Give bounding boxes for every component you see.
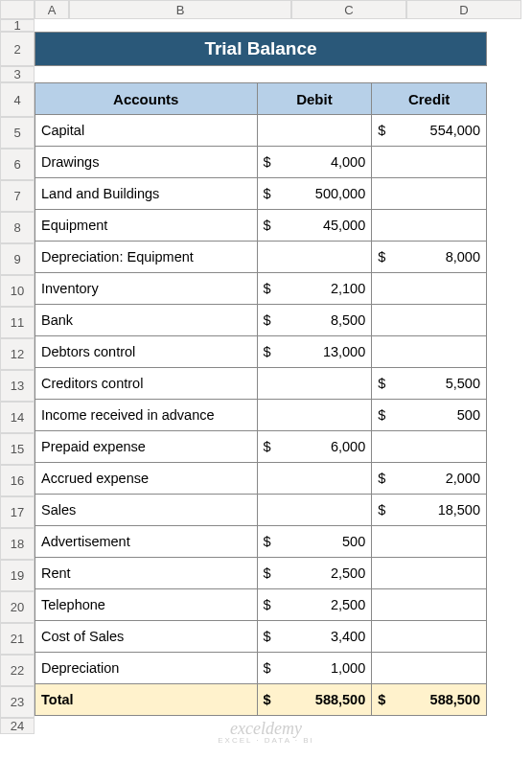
row-header-15[interactable]: 15 [0, 433, 35, 465]
row-header-8[interactable]: 8 [0, 212, 35, 243]
debit-cell[interactable]: $1,000 [257, 653, 372, 684]
account-cell[interactable]: Depreciation [35, 653, 258, 684]
debit-cell[interactable]: $500 [257, 526, 372, 558]
credit-cell[interactable] [372, 431, 487, 463]
account-cell[interactable]: Creditors control [35, 368, 258, 400]
row-header-10[interactable]: 10 [0, 275, 35, 307]
watermark-sub: EXCEL · DATA · BI [218, 737, 314, 745]
title-bar: Trial Balance [35, 32, 487, 66]
title-text: Trial Balance [204, 38, 316, 59]
row-header-22[interactable]: 22 [0, 655, 35, 686]
row-header-4[interactable]: 4 [0, 82, 35, 117]
credit-cell[interactable]: $8,000 [372, 242, 487, 273]
credit-cell[interactable] [372, 589, 487, 621]
col-header-C[interactable]: C [291, 0, 406, 19]
watermark-main: exceldemy [230, 719, 302, 738]
row-header-18[interactable]: 18 [0, 528, 35, 560]
account-cell[interactable]: Telephone [35, 589, 258, 621]
debit-cell[interactable] [257, 400, 372, 431]
row-header-19[interactable]: 19 [0, 560, 35, 591]
total-label[interactable]: Total [35, 684, 258, 716]
account-cell[interactable]: Income received in advance [35, 400, 258, 431]
row-header-2[interactable]: 2 [0, 32, 35, 66]
debit-cell[interactable] [257, 242, 372, 273]
credit-cell[interactable]: $5,500 [372, 368, 487, 400]
credit-cell[interactable] [372, 147, 487, 178]
row-header-17[interactable]: 17 [0, 496, 35, 528]
credit-cell[interactable]: $18,500 [372, 495, 487, 526]
account-cell[interactable]: Accrued expense [35, 463, 258, 495]
header-accounts[interactable]: Accounts [35, 83, 258, 115]
row-header-1[interactable]: 1 [0, 19, 35, 32]
credit-cell[interactable] [372, 653, 487, 684]
debit-cell[interactable]: $8,500 [257, 305, 372, 336]
debit-cell[interactable]: $13,000 [257, 336, 372, 368]
account-cell[interactable]: Land and Buildings [35, 178, 258, 210]
row-header-6[interactable]: 6 [0, 149, 35, 180]
credit-value: 554,000 [430, 123, 480, 138]
row-header-5[interactable]: 5 [0, 117, 35, 149]
row-header-21[interactable]: 21 [0, 623, 35, 655]
credit-cell[interactable]: $554,000 [372, 115, 487, 147]
credit-cell[interactable]: $500 [372, 400, 487, 431]
debit-cell[interactable]: $45,000 [257, 210, 372, 242]
currency-symbol: $ [378, 692, 385, 707]
credit-cell[interactable] [372, 273, 487, 305]
row-header-23[interactable]: 23 [0, 686, 35, 718]
header-debit[interactable]: Debit [257, 83, 372, 115]
account-cell[interactable]: Cost of Sales [35, 621, 258, 653]
debit-cell[interactable] [257, 368, 372, 400]
account-cell[interactable]: Debtors control [35, 336, 258, 368]
row-header-7[interactable]: 7 [0, 180, 35, 212]
table-row: Rent$2,500 [35, 558, 487, 589]
account-cell[interactable]: Equipment [35, 210, 258, 242]
row-header-9[interactable]: 9 [0, 243, 35, 275]
debit-cell[interactable]: $3,400 [257, 621, 372, 653]
credit-cell[interactable] [372, 336, 487, 368]
credit-value: 2,000 [446, 471, 480, 486]
row-header-16[interactable]: 16 [0, 465, 35, 496]
credit-cell[interactable] [372, 305, 487, 336]
debit-cell[interactable]: $6,000 [257, 431, 372, 463]
total-row: Total $ 588,500 $ 588,500 [35, 684, 487, 716]
debit-cell[interactable]: $2,500 [257, 589, 372, 621]
account-cell[interactable]: Rent [35, 558, 258, 589]
total-debit[interactable]: $ 588,500 [257, 684, 372, 716]
credit-cell[interactable] [372, 558, 487, 589]
row-header-11[interactable]: 11 [0, 307, 35, 338]
credit-cell[interactable]: $2,000 [372, 463, 487, 495]
col-header-A[interactable]: A [35, 0, 69, 19]
col-header-D[interactable]: D [406, 0, 521, 19]
debit-cell[interactable] [257, 495, 372, 526]
row-header-20[interactable]: 20 [0, 591, 35, 623]
account-cell[interactable]: Depreciation: Equipment [35, 242, 258, 273]
row-header-3[interactable]: 3 [0, 66, 35, 82]
debit-cell[interactable]: $4,000 [257, 147, 372, 178]
debit-cell[interactable] [257, 115, 372, 147]
row-header-14[interactable]: 14 [0, 402, 35, 433]
col-header-B[interactable]: B [69, 0, 291, 19]
select-all-corner[interactable] [0, 0, 35, 19]
debit-cell[interactable] [257, 463, 372, 495]
credit-cell[interactable] [372, 178, 487, 210]
trial-balance-table: Accounts Debit Credit Capital$554,000Dra… [35, 82, 487, 716]
account-cell[interactable]: Sales [35, 495, 258, 526]
credit-cell[interactable] [372, 526, 487, 558]
account-cell[interactable]: Advertisement [35, 526, 258, 558]
account-cell[interactable]: Bank [35, 305, 258, 336]
debit-cell[interactable]: $2,500 [257, 558, 372, 589]
account-cell[interactable]: Capital [35, 115, 258, 147]
debit-cell[interactable]: $2,100 [257, 273, 372, 305]
account-cell[interactable]: Prepaid expense [35, 431, 258, 463]
credit-cell[interactable] [372, 210, 487, 242]
total-credit[interactable]: $ 588,500 [372, 684, 487, 716]
account-cell[interactable]: Inventory [35, 273, 258, 305]
header-credit[interactable]: Credit [372, 83, 487, 115]
debit-cell[interactable]: $500,000 [257, 178, 372, 210]
row-header-13[interactable]: 13 [0, 370, 35, 402]
credit-cell[interactable] [372, 621, 487, 653]
row-header-12[interactable]: 12 [0, 338, 35, 370]
debit-value: 500,000 [315, 186, 365, 201]
row-header-24[interactable]: 24 [0, 718, 35, 734]
account-cell[interactable]: Drawings [35, 147, 258, 178]
